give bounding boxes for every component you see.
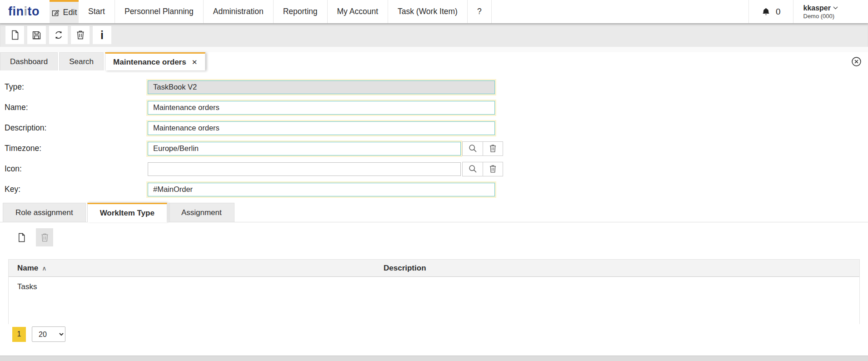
- bottom-scrollbar-track[interactable]: [0, 356, 868, 361]
- info-icon: i: [100, 30, 104, 41]
- table-body: Tasks: [9, 277, 859, 324]
- timezone-label: Timezone:: [5, 144, 148, 153]
- new-document-button[interactable]: [5, 26, 24, 44]
- logo-part: i: [24, 5, 28, 18]
- delete-button[interactable]: [71, 26, 90, 44]
- subtab-role-assignment[interactable]: Role assignment: [3, 203, 86, 222]
- user-menu[interactable]: kkasper Demo (000): [793, 0, 868, 23]
- timezone-clear-button[interactable]: [483, 142, 503, 155]
- detail-delete-button[interactable]: [36, 228, 53, 246]
- info-button[interactable]: i: [93, 26, 111, 44]
- user-organization: Demo (000): [803, 13, 838, 20]
- notifications-area[interactable]: 0: [748, 0, 793, 23]
- sort-ascending-icon: ∧: [42, 265, 46, 272]
- trash-icon: [40, 232, 50, 243]
- logo-part: to: [28, 5, 40, 18]
- trash-icon: [75, 30, 85, 40]
- page-1-button[interactable]: 1: [12, 327, 26, 342]
- subtab-assignment[interactable]: Assignment: [169, 203, 234, 222]
- refresh-button[interactable]: [49, 26, 68, 44]
- main-toolbar: i: [0, 23, 868, 47]
- tab-dashboard[interactable]: Dashboard: [0, 52, 58, 70]
- description-label: Description:: [5, 123, 148, 133]
- save-button[interactable]: [27, 26, 46, 44]
- column-label: Description: [384, 264, 426, 272]
- timezone-lookup-group: [462, 141, 503, 156]
- subtab-workitem-type[interactable]: WorkItem Type: [87, 203, 167, 222]
- name-field[interactable]: [148, 101, 495, 115]
- logo-part: fin: [8, 5, 24, 18]
- app-logo: finito: [0, 5, 50, 19]
- column-label: Name: [17, 264, 38, 273]
- column-header-description[interactable]: Description: [384, 264, 859, 273]
- icon-label: Icon:: [5, 164, 148, 174]
- cell-name: Tasks: [9, 282, 384, 291]
- key-field[interactable]: [148, 183, 495, 196]
- trash-icon: [489, 164, 497, 174]
- new-document-icon: [10, 30, 20, 40]
- workspace-tab-bar: Dashboard Search Maintenance orders ✕: [0, 52, 868, 70]
- main-menu: Start Personnel Planning Administration …: [79, 0, 492, 23]
- form-row-icon: Icon:: [5, 159, 868, 179]
- form-row-key: Key:: [5, 179, 868, 200]
- notification-count: 0: [776, 7, 781, 17]
- menu-item-administration[interactable]: Administration: [204, 0, 274, 23]
- detail-tab-bar: Role assignment WorkItem Type Assignment: [0, 203, 868, 222]
- key-label: Key:: [5, 185, 148, 194]
- maintenance-order-form: Type: Name: Description: Timezone: Icon:: [0, 70, 868, 200]
- trash-icon: [489, 144, 497, 153]
- tab-maintenance-orders[interactable]: Maintenance orders ✕: [105, 52, 205, 70]
- tab-label: Maintenance orders: [113, 58, 186, 67]
- edit-button-label: Edit: [63, 8, 77, 17]
- pagination: 1 20: [12, 326, 868, 342]
- user-name: kkasper: [803, 4, 831, 12]
- icon-lookup-group: [462, 162, 503, 176]
- workitem-type-table: Name ∧ Description Tasks: [8, 259, 860, 324]
- menu-item-reporting[interactable]: Reporting: [274, 0, 328, 23]
- form-row-name: Name:: [5, 97, 868, 118]
- save-icon: [31, 30, 42, 40]
- column-header-name[interactable]: Name ∧: [9, 264, 384, 273]
- description-field[interactable]: [148, 121, 495, 135]
- form-row-description: Description:: [5, 118, 868, 138]
- menu-item-personnel-planning[interactable]: Personnel Planning: [115, 0, 204, 23]
- close-tab-icon[interactable]: ✕: [192, 58, 198, 66]
- tab-label: Search: [69, 57, 94, 66]
- edit-mode-button[interactable]: Edit: [50, 0, 79, 23]
- type-field[interactable]: [148, 80, 495, 94]
- icon-field[interactable]: [148, 162, 461, 176]
- detail-toolbar: [0, 222, 868, 246]
- menu-item-help[interactable]: ?: [468, 0, 492, 23]
- refresh-icon: [53, 30, 64, 40]
- table-header-row: Name ∧ Description: [9, 259, 859, 277]
- tab-search[interactable]: Search: [59, 52, 104, 70]
- menu-item-my-account[interactable]: My Account: [328, 0, 388, 23]
- table-row[interactable]: Tasks: [9, 277, 859, 297]
- top-nav-bar: finito Edit Start Personnel Planning Adm…: [0, 0, 868, 23]
- name-label: Name:: [5, 103, 148, 112]
- icon-clear-button[interactable]: [483, 162, 503, 176]
- page-size-select[interactable]: 20: [32, 326, 65, 342]
- close-all-tabs-icon[interactable]: [851, 56, 862, 67]
- detail-new-button[interactable]: [13, 228, 30, 246]
- menu-item-start[interactable]: Start: [79, 0, 115, 23]
- tab-label: Dashboard: [10, 57, 48, 66]
- type-label: Type:: [5, 82, 148, 92]
- new-document-icon: [17, 232, 26, 243]
- chevron-down-icon: [833, 6, 838, 10]
- form-row-type: Type:: [5, 77, 868, 97]
- toolbar-tab-gap: [0, 47, 868, 52]
- edit-pencil-icon: [51, 8, 60, 17]
- bell-icon: [761, 7, 771, 17]
- search-icon: [468, 164, 478, 174]
- nav-spacer: [492, 0, 748, 23]
- menu-item-task-work-item[interactable]: Task (Work Item): [388, 0, 468, 23]
- icon-search-button[interactable]: [463, 162, 483, 176]
- search-icon: [468, 144, 478, 153]
- form-row-timezone: Timezone:: [5, 138, 868, 159]
- timezone-field[interactable]: [148, 142, 461, 155]
- timezone-search-button[interactable]: [463, 142, 483, 155]
